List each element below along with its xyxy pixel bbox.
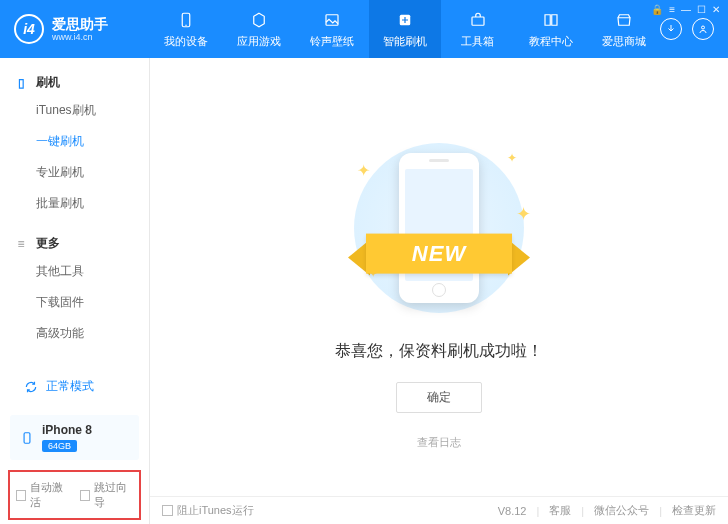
view-log-link[interactable]: 查看日志	[417, 435, 461, 450]
checkbox-label: 跳过向导	[94, 480, 133, 510]
skip-guide-checkbox[interactable]: 跳过向导	[80, 480, 134, 510]
top-nav: 我的设备 应用游戏 铃声壁纸 智能刷机 工具箱 教程中心 爱思商城	[150, 0, 660, 58]
sidebar-section-flash: ▯ 刷机	[0, 70, 149, 95]
maximize-icon[interactable]: ☐	[697, 4, 706, 15]
nav-label: 我的设备	[164, 34, 208, 49]
menu-icon[interactable]: ≡	[669, 4, 675, 15]
checkbox-icon	[162, 505, 173, 516]
sidebar-item-oneclick-flash[interactable]: 一键刷机	[0, 126, 149, 157]
wallpaper-icon	[322, 10, 342, 30]
success-message: 恭喜您，保资料刷机成功啦！	[335, 341, 543, 362]
ok-button[interactable]: 确定	[396, 382, 482, 413]
phone-icon	[176, 10, 196, 30]
device-mode[interactable]: 正常模式	[10, 370, 139, 403]
download-button[interactable]	[660, 18, 682, 40]
nav-toolbox[interactable]: 工具箱	[441, 0, 514, 58]
nav-smart-flash[interactable]: 智能刷机	[369, 0, 442, 58]
sidebar-options-highlight: 自动激活 跳过向导	[8, 470, 141, 520]
section-title: 更多	[36, 235, 60, 252]
auto-activate-checkbox[interactable]: 自动激活	[16, 480, 70, 510]
nav-label: 工具箱	[461, 34, 494, 49]
nav-label: 智能刷机	[383, 34, 427, 49]
nav-apps-games[interactable]: 应用游戏	[223, 0, 296, 58]
sidebar-item-itunes-flash[interactable]: iTunes刷机	[0, 95, 149, 126]
app-header: i4 爱思助手 www.i4.cn 我的设备 应用游戏 铃声壁纸 智能刷机 工具…	[0, 0, 728, 58]
check-update-link[interactable]: 检查更新	[672, 503, 716, 518]
more-icon: ≡	[14, 237, 28, 251]
service-link[interactable]: 客服	[549, 503, 571, 518]
svg-rect-6	[24, 432, 30, 443]
book-icon	[541, 10, 561, 30]
checkbox-icon	[80, 490, 90, 501]
success-illustration: ✦ ✦ ✦ ✦ NEW	[299, 133, 579, 323]
sidebar-section-more: ≡ 更多	[0, 231, 149, 256]
brand-logo: i4 爱思助手 www.i4.cn	[0, 0, 150, 58]
sidebar-item-download-firmware[interactable]: 下载固件	[0, 287, 149, 318]
minimize-icon[interactable]: —	[681, 4, 691, 15]
store-icon	[614, 10, 634, 30]
brand-name: 爱思助手	[52, 17, 108, 31]
checkbox-icon	[16, 490, 26, 501]
sparkle-icon: ✦	[516, 203, 531, 225]
nav-my-device[interactable]: 我的设备	[150, 0, 223, 58]
sidebar: ▯ 刷机 iTunes刷机 一键刷机 专业刷机 批量刷机 ≡ 更多 其他工具 下…	[0, 58, 150, 524]
nav-label: 爱思商城	[602, 34, 646, 49]
nav-label: 应用游戏	[237, 34, 281, 49]
sidebar-item-batch-flash[interactable]: 批量刷机	[0, 188, 149, 219]
nav-tutorials[interactable]: 教程中心	[514, 0, 587, 58]
nav-ringtones[interactable]: 铃声壁纸	[296, 0, 369, 58]
sparkle-icon: ✦	[357, 161, 370, 180]
svg-rect-4	[472, 17, 484, 25]
mode-label: 正常模式	[46, 378, 94, 395]
checkbox-label: 自动激活	[30, 480, 69, 510]
section-title: 刷机	[36, 74, 60, 91]
main-content: ✦ ✦ ✦ ✦ NEW 恭喜您，保资料刷机成功啦！ 确定 查看日志 阻止iTun…	[150, 58, 728, 524]
device-info[interactable]: iPhone 8 64GB	[10, 415, 139, 460]
device-icon	[20, 431, 34, 445]
sidebar-item-other-tools[interactable]: 其他工具	[0, 256, 149, 287]
brand-site: www.i4.cn	[52, 33, 108, 42]
logo-icon: i4	[14, 14, 44, 44]
new-ribbon: NEW	[344, 226, 534, 280]
flash-icon	[395, 10, 415, 30]
storage-badge: 64GB	[42, 440, 77, 452]
checkbox-label: 阻止iTunes运行	[177, 503, 254, 518]
user-button[interactable]	[692, 18, 714, 40]
svg-point-5	[702, 26, 705, 29]
phone-outline-icon: ▯	[14, 76, 28, 90]
refresh-icon	[24, 380, 38, 394]
status-bar: 阻止iTunes运行 V8.12 | 客服 | 微信公众号 | 检查更新	[150, 496, 728, 524]
sparkle-icon: ✦	[507, 151, 517, 165]
ribbon-text: NEW	[366, 234, 512, 274]
version-label: V8.12	[498, 505, 527, 517]
wechat-link[interactable]: 微信公众号	[594, 503, 649, 518]
block-itunes-checkbox[interactable]: 阻止iTunes运行	[162, 503, 254, 518]
lock-icon[interactable]: 🔒	[651, 4, 663, 15]
sidebar-item-pro-flash[interactable]: 专业刷机	[0, 157, 149, 188]
apps-icon	[249, 10, 269, 30]
toolbox-icon	[468, 10, 488, 30]
nav-label: 铃声壁纸	[310, 34, 354, 49]
window-controls: 🔒 ≡ — ☐ ✕	[643, 0, 728, 19]
close-icon[interactable]: ✕	[712, 4, 720, 15]
sidebar-item-advanced[interactable]: 高级功能	[0, 318, 149, 349]
nav-label: 教程中心	[529, 34, 573, 49]
device-name: iPhone 8	[42, 423, 92, 437]
